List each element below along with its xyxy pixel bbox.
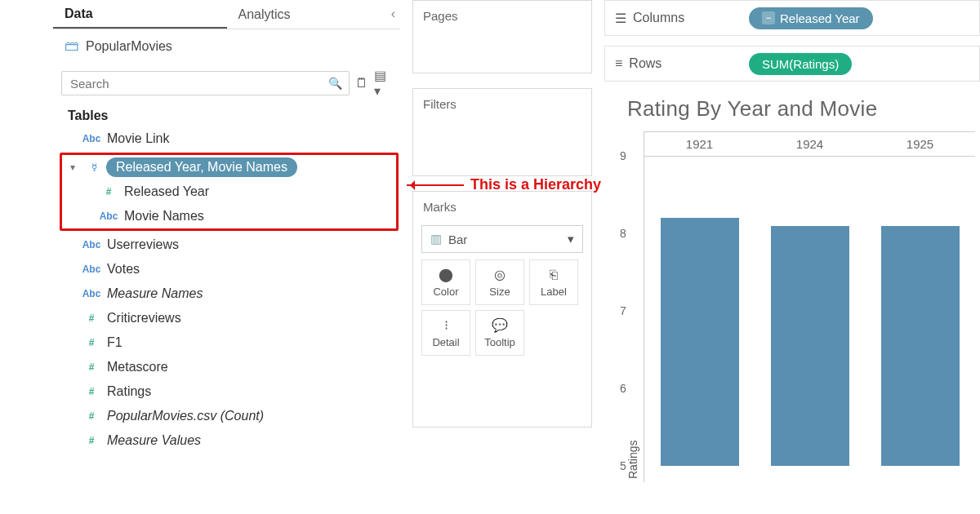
pill-label: SUM(Ratings) [762,57,839,71]
field-metascore[interactable]: # Metascore [53,355,400,379]
number-icon: # [79,410,104,422]
number-icon: # [79,361,104,373]
y-axis-label: Ratings [626,441,639,479]
bar-icon: ▥ [430,232,442,246]
category-label: 1924 [755,131,865,156]
bar[interactable] [881,226,960,467]
tab-data[interactable]: Data [53,0,227,29]
detail-icon: ⁝ [444,317,448,333]
search-row: 🔍 🗒 ▤ ▾ [53,58,400,104]
category-label: 1925 [865,131,975,156]
marks-label-label: Label [541,286,567,298]
search-icon: 🔍 [328,77,342,90]
marks-title: Marks [413,192,591,219]
top-shelves: ☰Columns − Released Year ≡Rows SUM(Ratin… [604,0,980,91]
field-label: Metascore [104,360,400,374]
columns-pill-released-year[interactable]: − Released Year [749,7,873,29]
datasource-name: PopularMovies [86,39,172,54]
visualization-area: Rating By Year and Movie Ratings 5678919… [614,91,980,514]
columns-shelf[interactable]: ☰Columns − Released Year [604,0,980,36]
mark-type-label: Bar [448,233,467,246]
number-icon: # [96,186,121,197]
chart-category: 1921 [644,131,755,466]
rows-label: Rows [629,56,662,71]
abc-icon: Abc [79,288,104,299]
label-icon: ⎗ [550,268,558,282]
minus-icon[interactable]: − [762,11,775,24]
hierarchy-highlight-box: ▾ ☿ Released Year, Movie Names # Release… [60,153,399,231]
collapse-pane-icon[interactable]: ‹ [391,7,395,21]
marks-color[interactable]: ⬤Color [421,259,470,305]
chart-category: 1924 [755,131,865,466]
field-label: Released Year, Movie Names [106,157,297,177]
number-icon: # [79,312,104,324]
marks-tooltip-label: Tooltip [484,336,515,348]
size-icon: ◎ [494,267,506,282]
search-input[interactable] [69,76,328,91]
field-label: Measure Values [104,433,400,448]
filter-icon[interactable]: 🗒 [353,76,371,91]
field-movie-names[interactable]: Abc Movie Names [62,204,396,228]
mark-cards: ⬤Color ◎Size ⎗Label ⁝Detail 💬Tooltip [413,259,591,356]
category-label: 1921 [644,131,755,156]
filters-shelf[interactable]: Filters [412,88,592,176]
view-options-icon[interactable]: ▤ ▾ [374,68,392,99]
field-measure-values[interactable]: # Measure Values [53,428,400,453]
field-released-year[interactable]: # Released Year [62,179,396,204]
tab-analytics[interactable]: Analytics [227,0,401,29]
field-label: F1 [104,335,400,350]
data-pane: Data Analytics ‹ 🗃 PopularMovies 🔍 🗒 ▤ ▾… [53,0,400,514]
field-label: Userreviews [104,237,400,252]
bar[interactable] [661,218,739,466]
number-icon: # [79,435,104,446]
abc-icon: Abc [79,133,104,144]
rows-shelf[interactable]: ≡Rows SUM(Ratings) [604,46,980,82]
marks-detail-label: Detail [432,336,459,348]
bar[interactable] [771,226,849,467]
y-tick-label: 8 [620,227,626,240]
marks-label[interactable]: ⎗Label [529,259,578,305]
mark-type-dropdown[interactable]: ▥ Bar ▾ [421,225,583,253]
field-measure-names[interactable]: Abc Measure Names [53,281,400,306]
columns-label: Columns [633,11,684,25]
color-icon: ⬤ [439,267,453,282]
pages-title: Pages [413,1,591,28]
hierarchy-icon: ☿ [82,162,106,173]
field-ratings[interactable]: # Ratings [53,379,400,404]
pages-shelf[interactable]: Pages [412,0,592,73]
search-box[interactable]: 🔍 [61,71,350,95]
y-tick-label: 9 [620,149,626,162]
field-userreviews[interactable]: Abc Userreviews [53,233,400,257]
pane-tabs: Data Analytics ‹ [53,0,400,29]
rows-pill-sum-ratings[interactable]: SUM(Ratings) [749,53,852,75]
field-votes[interactable]: Abc Votes [53,257,400,281]
field-label: Movie Names [121,209,396,224]
field-popularmovies-count[interactable]: # PopularMovies.csv (Count) [53,404,400,428]
field-label: Movie Link [104,131,400,146]
marks-detail[interactable]: ⁝Detail [421,310,470,356]
datasource-row[interactable]: 🗃 PopularMovies [53,29,400,58]
field-f1[interactable]: # F1 [53,330,400,355]
field-movie-link[interactable]: Abc Movie Link [53,126,400,151]
chart[interactable]: Ratings 56789192119241925 [644,131,980,482]
annotation-text: This is a Hierarchy [470,176,601,193]
field-label: Ratings [104,384,400,399]
abc-icon: Abc [96,210,121,222]
marks-size[interactable]: ◎Size [475,259,524,305]
field-hierarchy-released-year-movie-names[interactable]: ▾ ☿ Released Year, Movie Names [62,155,396,179]
marks-tooltip[interactable]: 💬Tooltip [475,310,524,356]
chart-title: Rating By Year and Movie [614,91,980,131]
chevron-down-icon: ▾ [568,232,574,246]
y-tick-label: 6 [620,382,626,395]
field-label: Released Year [121,184,396,199]
chart-category: 1925 [865,131,975,466]
field-label: PopularMovies.csv (Count) [104,409,400,423]
tables-heading: Tables [53,104,400,125]
filters-title: Filters [413,89,591,116]
number-icon: # [79,386,104,397]
pill-label: Released Year [780,11,860,25]
chevron-down-icon[interactable]: ▾ [70,162,82,173]
field-criticreviews[interactable]: # Criticreviews [53,306,400,330]
arrow-icon [407,184,464,186]
rows-icon: ≡ [615,56,622,71]
